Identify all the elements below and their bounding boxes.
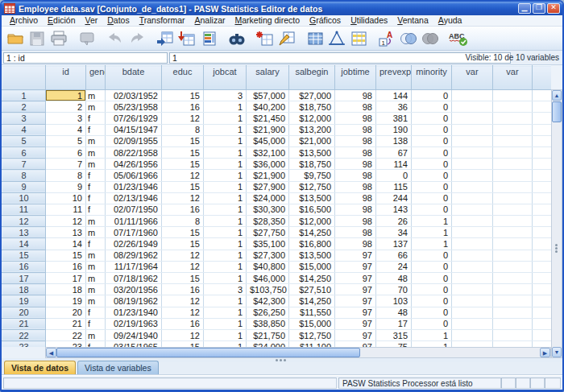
cell[interactable]: 48 — [376, 273, 412, 284]
cell-empty[interactable] — [493, 238, 533, 250]
cell-empty[interactable] — [493, 341, 533, 347]
cell[interactable]: 0 — [412, 192, 452, 204]
cell[interactable]: f — [86, 170, 106, 181]
cell[interactable]: 3 — [204, 90, 247, 101]
cell[interactable]: 1 — [46, 90, 86, 101]
cell[interactable]: 0 — [412, 307, 452, 318]
cell[interactable]: $14,250 — [289, 227, 335, 238]
cell[interactable]: 1 — [204, 227, 247, 238]
cell-empty[interactable] — [452, 307, 493, 318]
column-header-var2[interactable]: var — [493, 66, 533, 90]
cell[interactable]: 3 — [46, 113, 86, 124]
cell[interactable]: 8 — [46, 170, 86, 181]
row-number[interactable]: 9 — [2, 181, 46, 192]
save-icon[interactable] — [26, 28, 48, 49]
cell[interactable]: 97 — [335, 284, 376, 295]
cell-empty[interactable] — [452, 273, 493, 284]
cell-empty[interactable] — [452, 101, 493, 113]
cell[interactable]: 98 — [335, 192, 376, 204]
cell[interactable]: $103,750 — [247, 284, 289, 295]
cell[interactable]: 15 — [162, 90, 204, 101]
cell[interactable]: $30,300 — [247, 204, 289, 215]
cell[interactable]: 1 — [204, 273, 247, 284]
cell-empty[interactable] — [452, 146, 493, 158]
cell[interactable]: 0 — [412, 204, 452, 215]
cell[interactable]: 16 — [46, 261, 86, 272]
cell[interactable]: 0 — [412, 101, 452, 113]
cell[interactable]: f — [86, 192, 106, 204]
cell[interactable]: f — [86, 181, 106, 192]
cell-empty[interactable] — [452, 238, 493, 250]
cell[interactable]: 12 — [162, 261, 204, 272]
tab-variable-view[interactable]: Vista de variables — [77, 361, 159, 374]
cell[interactable]: $16,800 — [289, 238, 335, 250]
cell[interactable]: 15 — [162, 181, 204, 192]
cell[interactable]: 114 — [376, 159, 412, 170]
cell[interactable]: $35,100 — [247, 238, 289, 250]
cell[interactable]: 15 — [162, 273, 204, 284]
row-number[interactable]: 1 — [2, 90, 46, 101]
cell-empty[interactable] — [493, 135, 533, 146]
cell-empty[interactable] — [493, 181, 533, 192]
cell[interactable]: 09/24/1940 — [106, 329, 162, 340]
cell-empty[interactable] — [493, 318, 533, 329]
cell[interactable]: 11/17/1964 — [106, 261, 162, 272]
cell[interactable]: m — [86, 329, 106, 340]
cell[interactable]: $57,000 — [247, 90, 289, 101]
cell[interactable]: $27,000 — [289, 90, 335, 101]
scroll-right-icon[interactable]: ▶ — [540, 348, 550, 357]
row-number[interactable]: 22 — [2, 329, 46, 340]
cell[interactable]: $27,900 — [247, 181, 289, 192]
cell-empty[interactable] — [452, 341, 493, 347]
cell[interactable]: 12 — [162, 113, 204, 124]
vertical-scrollbar[interactable]: ▲ ▼ — [551, 89, 562, 358]
cell[interactable]: 138 — [376, 135, 412, 146]
cell[interactable]: 02/09/1955 — [106, 135, 162, 146]
cell[interactable]: 23 — [46, 341, 86, 347]
cell[interactable]: 8 — [162, 216, 204, 227]
cell[interactable]: m — [86, 101, 106, 113]
cell[interactable]: 98 — [335, 204, 376, 215]
scroll-left-icon[interactable]: ◀ — [46, 348, 56, 357]
scroll-down-icon[interactable]: ▼ — [552, 347, 562, 357]
cell-empty[interactable] — [493, 261, 533, 272]
cell[interactable]: 16 — [162, 318, 204, 329]
cell[interactable]: $12,000 — [289, 113, 335, 124]
menu-item-transformar[interactable]: Transformar — [135, 15, 190, 26]
cell[interactable]: $16,500 — [289, 204, 335, 215]
cell[interactable]: 02/07/1950 — [106, 204, 162, 215]
cell-empty[interactable] — [452, 318, 493, 329]
cell-empty[interactable] — [452, 170, 493, 181]
cell[interactable]: 1 — [204, 192, 247, 204]
cell[interactable]: 04/15/1947 — [106, 124, 162, 135]
cell[interactable]: 1 — [204, 181, 247, 192]
cell[interactable]: 144 — [376, 90, 412, 101]
weight-cases-icon[interactable] — [326, 28, 347, 49]
cell[interactable]: 1 — [412, 216, 452, 227]
cell-empty[interactable] — [452, 250, 493, 261]
cell-empty[interactable] — [493, 329, 533, 340]
cell[interactable]: m — [86, 159, 106, 170]
row-number[interactable]: 6 — [2, 146, 46, 158]
cell[interactable]: 0 — [412, 90, 452, 101]
row-number[interactable]: 17 — [2, 273, 46, 284]
cell[interactable]: 12 — [162, 307, 204, 318]
cell[interactable]: $21,000 — [289, 135, 335, 146]
cell[interactable]: $13,500 — [289, 146, 335, 158]
cell[interactable]: 2 — [46, 101, 86, 113]
cell[interactable]: 98 — [335, 124, 376, 135]
cell-empty[interactable] — [493, 101, 533, 113]
cell-empty[interactable] — [493, 250, 533, 261]
select-cases-icon[interactable] — [347, 28, 369, 49]
cell-empty[interactable] — [452, 227, 493, 238]
cell-empty[interactable] — [493, 227, 533, 238]
cell-empty[interactable] — [493, 307, 533, 318]
cell[interactable]: 12 — [162, 295, 204, 307]
cell[interactable]: 10 — [46, 192, 86, 204]
open-data-icon[interactable] — [4, 28, 26, 49]
cell[interactable]: $21,450 — [247, 113, 289, 124]
cell-empty[interactable] — [452, 329, 493, 340]
cell-empty[interactable] — [493, 124, 533, 135]
cell[interactable]: 18 — [46, 284, 86, 295]
cell[interactable]: 08/22/1958 — [106, 146, 162, 158]
